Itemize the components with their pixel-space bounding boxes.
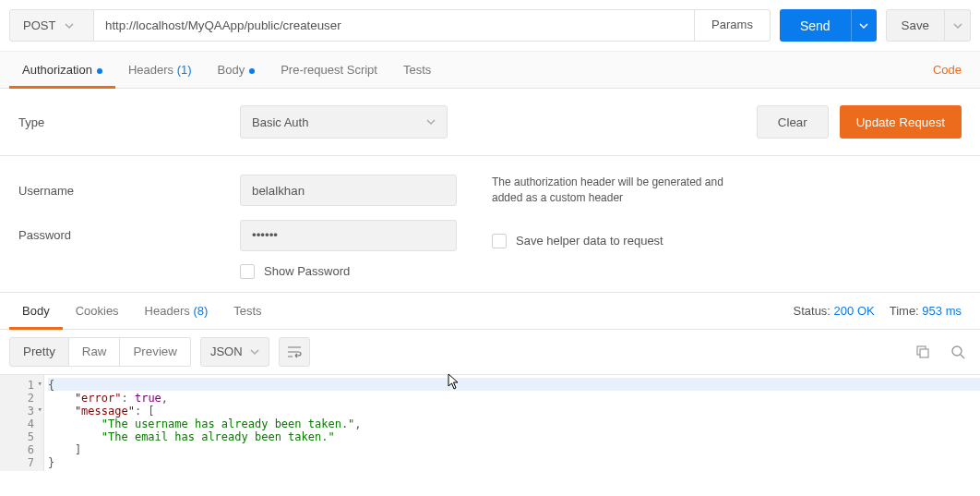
auth-type-select[interactable]: Basic Auth [240,105,448,139]
code-line: "error": true, [48,391,980,404]
gutter-line: 7 [0,455,43,468]
time-value: 953 ms [922,304,962,318]
code-line: "The email has already been taken." [48,429,980,442]
helper-text: The authorization header will be generat… [492,175,732,207]
status-value: 200 OK [834,304,875,318]
resp-tab-tests[interactable]: Tests [221,293,274,329]
tab-body[interactable]: Body [205,52,269,88]
clear-button[interactable]: Clear [757,105,829,139]
gutter-line: 2 [0,391,43,404]
save-helper-row: Save helper data to request [492,223,663,248]
code-line: ] [48,442,980,455]
copy-icon [915,345,930,359]
time-label: Time: [890,304,919,318]
save-helper-label: Save helper data to request [516,234,663,248]
save-helper-checkbox[interactable] [492,234,507,248]
body-language-value: JSON [210,345,243,358]
username-input[interactable] [240,175,457,206]
status-meta: Status: 200 OK [794,304,875,318]
headers-count: (8) [193,304,208,318]
code-line: { [48,378,980,391]
line-gutter: 1 2 3 4 5 6 7 [0,375,44,471]
response-body: 1 2 3 4 5 6 7 { "error": true, "message"… [0,375,980,471]
response-meta: Status: 200 OK Time: 953 ms [794,304,971,318]
show-password-label: Show Password [264,264,350,278]
response-tabs: Body Cookies Headers (8) Tests Status: 2… [0,292,980,330]
chevron-down-icon [65,21,74,30]
resp-tab-cookies[interactable]: Cookies [63,293,132,329]
resp-tab-headers[interactable]: Headers (8) [132,293,221,329]
auth-buttons: Clear Update Request [757,105,962,139]
type-label: Type [18,115,240,129]
helper-column: The authorization header will be generat… [492,175,732,207]
tab-tests[interactable]: Tests [390,52,444,88]
gutter-line[interactable]: 1 [0,378,43,391]
search-icon [950,345,965,359]
show-password-row: Show Password [240,264,962,279]
pretty-button[interactable]: Pretty [9,337,69,367]
params-button[interactable]: Params [695,9,771,42]
username-label: Username [18,184,240,198]
auth-type-value: Basic Auth [252,115,308,129]
tab-label: Authorization [22,63,92,77]
code-line: "message": [ [48,404,980,417]
raw-button[interactable]: Raw [69,337,121,367]
toolbar-right [910,339,971,365]
copy-button[interactable] [910,339,936,365]
code-body[interactable]: { "error": true, "message": [ "The usern… [44,375,980,471]
format-group: Pretty Raw Preview [9,337,191,367]
tab-label: Body [218,63,245,77]
send-button[interactable]: Send [780,9,851,42]
code-link[interactable]: Code [924,52,971,88]
auth-fields: Username The authorization header will b… [0,156,980,292]
chevron-down-icon [250,347,259,357]
gutter-line[interactable]: 3 [0,404,43,417]
http-method-value: POST [23,18,55,32]
update-request-button[interactable]: Update Request [840,105,962,139]
username-row: Username The authorization header will b… [18,175,962,207]
show-password-checkbox[interactable] [240,264,255,279]
time-meta: Time: 953 ms [890,304,962,318]
auth-type-panel: Type Basic Auth Clear Update Request [0,89,980,156]
tab-pre-request-script[interactable]: Pre-request Script [268,52,390,88]
status-label: Status: [794,304,831,318]
svg-point-2 [952,346,962,356]
chevron-down-icon [426,117,436,127]
auth-type-row: Type Basic Auth Clear Update Request [18,105,962,139]
gutter-line: 5 [0,429,43,442]
headers-count: (1) [177,63,192,77]
preview-button[interactable]: Preview [120,337,190,367]
send-group: Send [780,9,877,42]
tab-headers[interactable]: Headers (1) [115,52,205,88]
body-toolbar: Pretty Raw Preview JSON [0,330,980,375]
tab-label: Headers [128,63,173,77]
wrap-icon [287,345,302,358]
url-input[interactable] [94,9,695,42]
password-input[interactable] [240,220,457,251]
save-group: Save [886,9,971,42]
modified-dot-icon [249,68,255,74]
gutter-line: 4 [0,417,43,429]
password-label: Password [18,228,240,242]
save-button[interactable]: Save [886,9,945,42]
save-dropdown[interactable] [945,9,971,42]
request-bar: POST Params Send Save [0,0,980,52]
code-line: "The username has already been taken.", [48,417,980,429]
modified-dot-icon [97,68,102,74]
search-button[interactable] [945,339,971,365]
tab-authorization[interactable]: Authorization [9,52,115,88]
send-dropdown[interactable] [851,9,877,42]
http-method-select[interactable]: POST [9,9,94,42]
svg-rect-1 [920,349,928,357]
code-line: } [48,455,980,468]
resp-tab-body[interactable]: Body [9,293,63,329]
password-row: Password Save helper data to request [18,220,962,251]
request-tabs: Authorization Headers (1) Body Pre-reque… [0,52,980,89]
gutter-line: 6 [0,442,43,455]
wrap-button[interactable] [279,337,310,367]
body-language-select[interactable]: JSON [200,337,269,367]
tab-label: Headers [145,304,190,318]
